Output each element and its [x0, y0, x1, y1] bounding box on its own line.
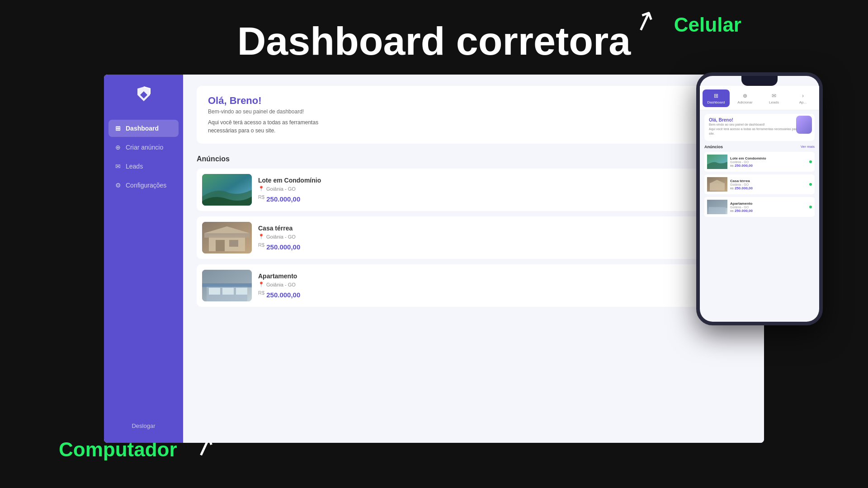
- sidebar-item-criar-anuncio[interactable]: ⊕ Criar anúncio: [108, 139, 179, 156]
- phone-prop-img-3: [707, 200, 727, 214]
- welcome-banner: Olá, Breno! Bem-vindo ao seu painel de d…: [197, 86, 750, 144]
- property-price-1: R$ 250.000,00: [258, 194, 321, 203]
- phone-prop-price-2: R$ 250.000,00: [730, 186, 753, 190]
- anuncios-section-header: Anúncios Ver mais: [197, 155, 750, 163]
- welcome-subtitle: Bem-vindo ao seu painel de dashboard!: [208, 108, 344, 115]
- sidebar-item-leads[interactable]: ✉ Leads: [108, 158, 179, 175]
- configuracoes-icon: ⚙: [114, 181, 122, 189]
- phone-avatar: [796, 116, 812, 134]
- property-card-1[interactable]: Lote em Condomínio 📍 Goiânia - GO R$ 250…: [197, 169, 750, 211]
- phone-frame: ⊞ Dashboard ⊕ Adicionar ✉ Leads › Ap...: [696, 72, 823, 325]
- phone-tab-dashboard[interactable]: ⊞ Dashboard: [703, 89, 730, 107]
- property-card-2[interactable]: Casa térrea 📍 Goiânia - GO R$ 250.000,00: [197, 216, 750, 259]
- location-pin-icon-3: 📍: [258, 282, 264, 287]
- phone-ap-icon: ›: [799, 92, 807, 99]
- property-title-1: Lote em Condomínio: [258, 177, 321, 184]
- welcome-greeting: Olá, Breno!: [208, 95, 344, 107]
- phone-welcome-desc: Aqui você terá acesso a todas as ferrame…: [709, 127, 810, 136]
- property-image-1: [202, 174, 252, 206]
- phone-welcome-subtitle: Bem-vindo ao seu painel de dashboard!: [709, 122, 810, 127]
- property-info-3: Apartamento 📍 Goiânia - GO R$ 250.000,00: [258, 272, 300, 299]
- property-price-2: R$ 250.000,00: [258, 242, 300, 251]
- phone-card-3[interactable]: Apartamento Goiânia - GO R$ 250.000,00: [704, 197, 815, 217]
- phone-prop-loc-3: Goiânia - GO: [730, 206, 753, 209]
- sidebar-item-leads-label: Leads: [126, 163, 143, 170]
- phone-status-dot-2: [809, 183, 812, 186]
- phone-status-dot-1: [809, 160, 812, 163]
- phone-prop-img-2: [707, 177, 727, 192]
- phone-content: Olá, Breno! Bem-vindo ao seu painel de d…: [700, 110, 819, 322]
- property-location-3: 📍 Goiânia - GO: [258, 282, 300, 287]
- svg-rect-34: [709, 207, 726, 214]
- phone-adicionar-icon: ⊕: [741, 92, 749, 99]
- phone-anuncios-title: Anúncios: [704, 145, 723, 149]
- location-pin-icon-2: 📍: [258, 234, 264, 239]
- phone-prop-title-2: Casa térrea: [730, 179, 753, 183]
- sidebar: ⊞ Dashboard ⊕ Criar anúncio ✉ Leads ⚙ Co…: [104, 75, 183, 443]
- property-card-3[interactable]: Apartamento 📍 Goiânia - GO R$ 250.000,00: [197, 264, 750, 307]
- svg-rect-27: [236, 288, 247, 295]
- phone-welcome-greeting: Olá, Breno!: [709, 117, 810, 122]
- phone-leads-icon: ✉: [770, 92, 778, 99]
- property-info-2: Casa térrea 📍 Goiânia - GO R$ 250.000,00: [258, 225, 300, 251]
- phone-dashboard-icon: ⊞: [712, 92, 720, 99]
- property-price-3: R$ 250.000,00: [258, 290, 300, 299]
- main-heading: Dashboard corretora: [237, 19, 631, 63]
- svg-rect-31: [710, 183, 725, 191]
- phone-tab-ap[interactable]: › Ap...: [789, 89, 816, 107]
- sidebar-item-dashboard-label: Dashboard: [126, 125, 159, 132]
- phone-card-info-1: Lote em Condomínio Goiânia - GO R$ 250.0…: [730, 156, 766, 168]
- property-info-1: Lote em Condomínio 📍 Goiânia - GO R$ 250…: [258, 177, 321, 203]
- svg-rect-19: [204, 233, 250, 238]
- phone-card-info-3: Apartamento Goiânia - GO R$ 250.000,00: [730, 202, 753, 213]
- sidebar-item-dashboard[interactable]: ⊞ Dashboard: [108, 120, 179, 137]
- phone-tab-ap-label: Ap...: [799, 100, 807, 104]
- phone-tab-adicionar[interactable]: ⊕ Adicionar: [731, 89, 759, 107]
- property-location-1: 📍 Goiânia - GO: [258, 186, 321, 192]
- sidebar-item-configuracoes-label: Configurações: [126, 182, 166, 189]
- phone-prop-loc-1: Goiânia - GO: [730, 160, 766, 164]
- criar-anuncio-icon: ⊕: [114, 143, 122, 151]
- phone-prop-loc-2: Goiânia - GO: [730, 183, 753, 186]
- svg-rect-28: [202, 283, 252, 287]
- phone-card-2[interactable]: Casa térrea Goiânia - GO R$ 250.000,00: [704, 174, 815, 194]
- sidebar-item-criar-anuncio-label: Criar anúncio: [126, 144, 163, 151]
- phone-ver-mais[interactable]: Ver mais: [801, 145, 815, 149]
- property-image-2: [202, 222, 252, 253]
- logout-button[interactable]: Deslogar: [132, 422, 155, 429]
- dashboard-mockup: ⊞ Dashboard ⊕ Criar anúncio ✉ Leads ⚙ Co…: [104, 75, 764, 443]
- phone-screen: ⊞ Dashboard ⊕ Adicionar ✉ Leads › Ap...: [700, 76, 819, 322]
- phone-card-info-2: Casa térrea Goiânia - GO R$ 250.000,00: [730, 179, 753, 190]
- location-pin-icon: 📍: [258, 186, 264, 192]
- property-location-2: 📍 Goiânia - GO: [258, 234, 300, 239]
- svg-rect-25: [209, 288, 220, 295]
- sidebar-logo: [132, 84, 155, 106]
- svg-rect-33: [707, 200, 727, 208]
- svg-rect-21: [229, 240, 238, 247]
- phone-tab-leads-label: Leads: [769, 100, 779, 104]
- svg-rect-18: [209, 235, 245, 251]
- phone-mockup: ⊞ Dashboard ⊕ Adicionar ✉ Leads › Ap...: [696, 72, 823, 325]
- svg-rect-20: [216, 240, 225, 251]
- sidebar-item-configuracoes[interactable]: ⚙ Configurações: [108, 177, 179, 194]
- phone-tab-leads[interactable]: ✉ Leads: [760, 89, 788, 107]
- phone-anuncios-header: Anúncios Ver mais: [704, 145, 815, 149]
- welcome-text: Olá, Breno! Bem-vindo ao seu painel de d…: [208, 95, 344, 135]
- phone-welcome-banner: Olá, Breno! Bem-vindo ao seu painel de d…: [704, 114, 815, 141]
- phone-tab-dashboard-label: Dashboard: [707, 100, 725, 104]
- property-image-3: [202, 270, 252, 301]
- phone-prop-title-1: Lote em Condomínio: [730, 156, 766, 160]
- phone-notch: [741, 76, 778, 86]
- phone-status-dot-3: [809, 206, 812, 208]
- main-content: Olá, Breno! Bem-vindo ao seu painel de d…: [183, 75, 764, 443]
- property-title-3: Apartamento: [258, 272, 300, 280]
- phone-card-1[interactable]: Lote em Condomínio Goiânia - GO R$ 250.0…: [704, 152, 815, 172]
- celular-label: Celular: [674, 14, 741, 36]
- svg-rect-26: [222, 288, 234, 295]
- property-title-2: Casa térrea: [258, 225, 300, 232]
- phone-tab-adicionar-label: Adicionar: [737, 100, 752, 104]
- phone-nav-tabs: ⊞ Dashboard ⊕ Adicionar ✉ Leads › Ap...: [700, 86, 819, 110]
- phone-prop-price-3: R$ 250.000,00: [730, 209, 753, 213]
- dashboard-icon: ⊞: [114, 124, 122, 132]
- phone-prop-img-1: [707, 155, 727, 169]
